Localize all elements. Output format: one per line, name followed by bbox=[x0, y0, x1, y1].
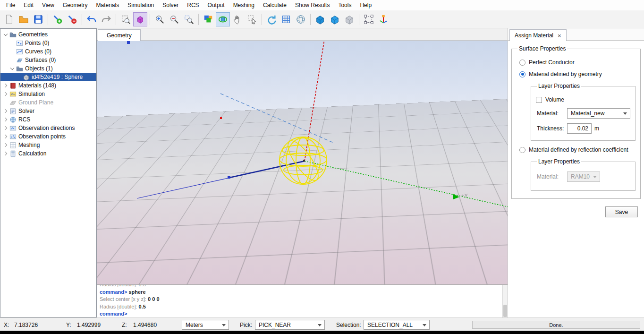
zoom-in-button[interactable] bbox=[153, 12, 167, 26]
new-file-icon bbox=[4, 14, 14, 25]
menu-edit[interactable]: Edit bbox=[19, 0, 38, 10]
material-by-reflection-option[interactable]: Material defined by reflection coefficie… bbox=[519, 146, 635, 153]
menu-rcs[interactable]: RCS bbox=[183, 0, 203, 10]
undo-button[interactable] bbox=[85, 12, 99, 26]
tree-item-curves-0[interactable]: Curves (0) bbox=[0, 47, 96, 56]
tab-assign-material[interactable]: Assign Material × bbox=[509, 29, 567, 41]
tree-spacer bbox=[16, 74, 22, 80]
tree-item-simulation[interactable]: Simulation bbox=[0, 90, 96, 98]
mesh-wireframe-button[interactable] bbox=[294, 12, 308, 26]
orbit-view-button[interactable] bbox=[216, 12, 230, 26]
zoom-out-button[interactable] bbox=[167, 12, 181, 26]
tree-item-objects-1[interactable]: Objects (1) bbox=[0, 64, 96, 73]
console-scrollbar[interactable] bbox=[502, 285, 508, 317]
menu-bar: FileEditViewGeometryMaterialsSimulationS… bbox=[0, 0, 644, 10]
render-layers-button[interactable] bbox=[201, 12, 215, 26]
tree-item-rcs[interactable]: RCS bbox=[0, 115, 96, 124]
save-button[interactable]: Save bbox=[605, 206, 638, 217]
folder-objects-icon bbox=[16, 65, 23, 72]
tree-item-observation-points[interactable]: Observation points bbox=[0, 132, 96, 141]
material-combo-2-value: RAM10 bbox=[571, 173, 590, 180]
solid-cube-2-icon bbox=[330, 14, 340, 25]
tree-item-points-0[interactable]: Points (0) bbox=[0, 39, 96, 47]
material-by-reflection-radio[interactable] bbox=[519, 147, 525, 153]
menu-help[interactable]: Help bbox=[356, 0, 376, 10]
chevron-right-icon[interactable] bbox=[2, 117, 8, 123]
chevron-down-icon[interactable] bbox=[2, 32, 8, 38]
zoom-extents-button[interactable] bbox=[119, 12, 133, 26]
tree-item-meshing[interactable]: Meshing bbox=[0, 141, 96, 149]
chevron-right-icon[interactable] bbox=[2, 91, 8, 97]
grid-view-button[interactable] bbox=[279, 12, 293, 26]
tree-item-id4f52e419-sphere[interactable]: id4f52e419 : Sphere bbox=[0, 73, 96, 81]
viewport-3d[interactable]: +Y bbox=[97, 41, 508, 284]
save-file-button[interactable] bbox=[31, 12, 45, 26]
chevron-right-icon[interactable] bbox=[2, 151, 8, 157]
chevron-right-icon[interactable] bbox=[2, 83, 8, 89]
menu-solver[interactable]: Solver bbox=[158, 0, 183, 10]
material-by-geometry-radio[interactable] bbox=[519, 71, 525, 77]
chevron-right-icon[interactable] bbox=[2, 142, 8, 148]
chevron-right-icon[interactable] bbox=[2, 134, 8, 140]
tree-item-materials-148[interactable]: Materials (148) bbox=[0, 81, 96, 90]
selection-label: Selection: bbox=[336, 322, 361, 328]
tree-item-observation-directions[interactable]: Observation directions bbox=[0, 124, 96, 132]
shaded-cube-button[interactable] bbox=[342, 12, 356, 26]
save-file-icon bbox=[33, 14, 43, 25]
command-console[interactable]: Radius [double]: 0.5 command> sphereSele… bbox=[97, 284, 508, 317]
perfect-conductor-radio[interactable] bbox=[519, 60, 525, 66]
redo-button[interactable] bbox=[99, 12, 113, 26]
chevron-down-icon[interactable] bbox=[9, 66, 15, 72]
perfect-conductor-option[interactable]: Perfect Conductor bbox=[519, 59, 635, 66]
layer-properties-group-1: Layer Properties Volume Material: Materi… bbox=[531, 83, 636, 141]
tree-item-geometries[interactable]: Geometries bbox=[0, 30, 96, 39]
menu-materials[interactable]: Materials bbox=[92, 0, 124, 10]
menu-file[interactable]: File bbox=[2, 0, 19, 10]
application-window: FileEditViewGeometryMaterialsSimulationS… bbox=[0, 0, 644, 334]
selection-combo-value: SELECTION_ALL bbox=[367, 322, 413, 328]
console-scrollbar-thumb[interactable] bbox=[503, 305, 507, 317]
menu-tools[interactable]: Tools bbox=[334, 0, 356, 10]
volume-checkbox[interactable] bbox=[536, 97, 542, 103]
volume-option[interactable]: Volume bbox=[536, 96, 629, 103]
tab-geometry[interactable]: Geometry bbox=[98, 29, 141, 41]
menu-calculate[interactable]: Calculate bbox=[259, 0, 291, 10]
axes-triad-icon bbox=[378, 14, 389, 25]
menu-output[interactable]: Output bbox=[203, 0, 229, 10]
selection-box-button[interactable] bbox=[362, 12, 376, 26]
tree-item-solver[interactable]: Solver bbox=[0, 107, 96, 115]
tree-item-ground-plane[interactable]: Ground Plane bbox=[0, 98, 96, 107]
menu-meshing[interactable]: Meshing bbox=[229, 0, 259, 10]
solid-cube-2-button[interactable] bbox=[328, 12, 342, 26]
axes-triad-button[interactable] bbox=[376, 12, 390, 26]
thickness-input[interactable]: 0.02 bbox=[567, 123, 592, 134]
material-combo[interactable]: Material_new bbox=[567, 108, 630, 119]
import-add-button[interactable] bbox=[51, 12, 65, 26]
new-file-button[interactable] bbox=[2, 12, 16, 26]
chevron-right-icon[interactable] bbox=[2, 125, 8, 131]
pan-hand-button[interactable] bbox=[230, 12, 245, 26]
menu-view[interactable]: View bbox=[38, 0, 59, 10]
rotate-view-button[interactable] bbox=[264, 12, 279, 26]
menu-show-results[interactable]: Show Results bbox=[291, 0, 334, 10]
tree-item-surfaces-0[interactable]: Surfaces (0) bbox=[0, 56, 96, 64]
toolbar-separator bbox=[82, 14, 82, 25]
tree-item-calculation[interactable]: Calculation bbox=[0, 149, 96, 158]
material-by-geometry-option[interactable]: Material defined by geometry bbox=[519, 71, 635, 77]
units-combo[interactable]: Meters bbox=[182, 320, 229, 330]
menu-geometry[interactable]: Geometry bbox=[59, 0, 92, 10]
pick-combo[interactable]: PICK_NEAR bbox=[255, 320, 325, 330]
zoom-window-button[interactable] bbox=[182, 12, 196, 26]
open-folder-button[interactable] bbox=[17, 12, 31, 26]
import-remove-button[interactable] bbox=[65, 12, 79, 26]
project-tree[interactable]: GeometriesPoints (0)Curves (0)Surfaces (… bbox=[0, 28, 97, 317]
menu-simulation[interactable]: Simulation bbox=[123, 0, 158, 10]
chevron-right-icon[interactable] bbox=[2, 108, 8, 114]
shaded-cube-icon bbox=[344, 14, 355, 25]
surfaces-icon bbox=[16, 57, 23, 64]
close-icon[interactable]: × bbox=[558, 33, 561, 39]
selected-object-cube-button[interactable] bbox=[133, 12, 147, 26]
selection-combo[interactable]: SELECTION_ALL bbox=[364, 320, 430, 330]
solid-cube-1-button[interactable] bbox=[313, 12, 327, 26]
select-cursor-button[interactable] bbox=[245, 12, 259, 26]
